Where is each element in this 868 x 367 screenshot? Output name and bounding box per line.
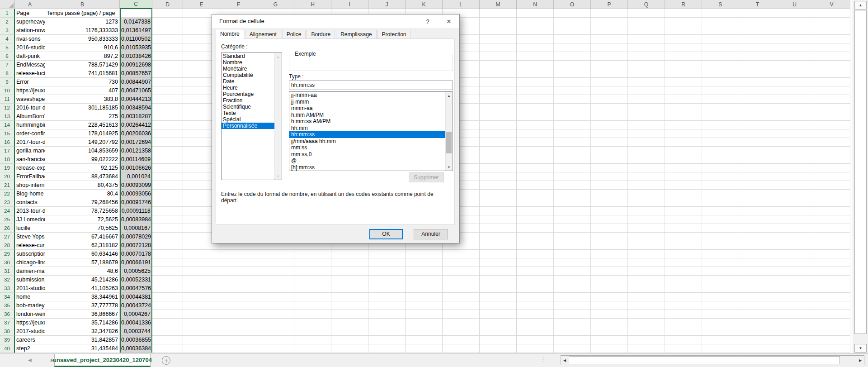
cell-R36[interactable] [665, 310, 702, 319]
cell-N10[interactable] [517, 86, 554, 95]
cell-N15[interactable] [517, 129, 554, 138]
cell-B25[interactable]: 72,5625 [45, 215, 120, 224]
cell-N17[interactable] [517, 147, 554, 155]
cell-V18[interactable] [813, 155, 850, 164]
cell-C27[interactable]: 0,00078029 [120, 233, 152, 241]
cell-V27[interactable] [813, 233, 850, 241]
cell-T27[interactable] [739, 233, 776, 241]
cell-U33[interactable] [776, 284, 813, 293]
cell-B27[interactable]: 67,416667 [45, 233, 120, 241]
cell-V20[interactable] [813, 172, 850, 181]
cell-D4[interactable] [152, 35, 183, 43]
cell-T2[interactable] [739, 18, 776, 26]
cell-T7[interactable] [739, 61, 776, 69]
cell-A23[interactable]: contacts [15, 198, 45, 207]
cell-A21[interactable]: shop-interna [15, 181, 45, 190]
cell-V22[interactable] [813, 190, 850, 198]
cell-M25[interactable] [480, 215, 517, 224]
cell-Q10[interactable] [628, 86, 665, 95]
sheet-tab-active[interactable]: unsaved_project_20230420_120704 [54, 354, 151, 367]
cell-S3[interactable] [702, 26, 739, 35]
cell-B29[interactable]: 60,634146 [45, 250, 120, 258]
cell-P5[interactable] [591, 43, 628, 52]
cell-D29[interactable] [152, 250, 183, 258]
cell-N11[interactable] [517, 95, 554, 104]
cell-A1[interactable]: Page [15, 9, 45, 18]
down-arrow-icon[interactable]: ▼ [275, 173, 281, 179]
cell-Q39[interactable] [628, 336, 665, 344]
cell-F40[interactable] [220, 344, 257, 353]
cell-A3[interactable]: station-nova [15, 26, 45, 35]
cell-R2[interactable] [665, 18, 702, 26]
cell-V23[interactable] [813, 198, 850, 207]
category-list-scrollbar[interactable]: ▲ ▼ [274, 53, 282, 180]
cell-T6[interactable] [739, 52, 776, 61]
cell-U34[interactable] [776, 293, 813, 301]
row-header-36[interactable]: 36 [0, 310, 15, 319]
cell-C25[interactable]: 0,00083984 [120, 215, 152, 224]
cell-R23[interactable] [665, 198, 702, 207]
cell-S30[interactable] [702, 258, 739, 267]
cell-P28[interactable] [591, 241, 628, 250]
cell-Q37[interactable] [628, 319, 665, 327]
cell-D13[interactable] [152, 112, 183, 121]
cell-U20[interactable] [776, 172, 813, 181]
cell-C28[interactable]: 0,00072128 [120, 241, 152, 250]
horizontal-scrollbar-thumb[interactable] [569, 356, 840, 364]
cell-G31[interactable] [257, 267, 294, 276]
cell-M19[interactable] [480, 164, 517, 172]
cell-N27[interactable] [517, 233, 554, 241]
cell-U18[interactable] [776, 155, 813, 164]
row-header-32[interactable]: 32 [0, 276, 15, 284]
cell-C17[interactable]: 0,00121358 [120, 147, 152, 155]
cell-A26[interactable]: lucille [15, 224, 45, 233]
cell-P15[interactable] [591, 129, 628, 138]
cell-A27[interactable]: Steve Yops [15, 233, 45, 241]
cell-Q13[interactable] [628, 112, 665, 121]
category-item-heure[interactable]: Heure [222, 85, 282, 91]
cell-P35[interactable] [591, 301, 628, 310]
cell-U25[interactable] [776, 215, 813, 224]
cell-M20[interactable] [480, 172, 517, 181]
cell-T13[interactable] [739, 112, 776, 121]
cell-R6[interactable] [665, 52, 702, 61]
select-all-button[interactable] [0, 0, 15, 9]
cell-O11[interactable] [554, 95, 591, 104]
cell-G33[interactable] [257, 284, 294, 293]
cell-S18[interactable] [702, 155, 739, 164]
dialog-tab-remplissage[interactable]: Remplissage [336, 30, 376, 39]
cell-I40[interactable] [331, 344, 368, 353]
cell-O37[interactable] [554, 319, 591, 327]
cell-P18[interactable] [591, 155, 628, 164]
cell-V29[interactable] [813, 250, 850, 258]
cell-I34[interactable] [331, 293, 368, 301]
dialog-titlebar[interactable]: Format de cellule ? ✕ [212, 14, 459, 28]
cell-A37[interactable]: https://jeuxo [15, 319, 45, 327]
cell-R29[interactable] [665, 250, 702, 258]
cell-Q16[interactable] [628, 138, 665, 147]
cell-H40[interactable] [294, 344, 331, 353]
cell-F33[interactable] [220, 284, 257, 293]
cell-H37[interactable] [294, 319, 331, 327]
cell-U11[interactable] [776, 95, 813, 104]
cell-U3[interactable] [776, 26, 813, 35]
cell-N26[interactable] [517, 224, 554, 233]
cell-O15[interactable] [554, 129, 591, 138]
cell-S26[interactable] [702, 224, 739, 233]
cell-J35[interactable] [368, 301, 406, 310]
type-input[interactable]: hh:mm:ss [289, 81, 453, 90]
cell-V12[interactable] [813, 104, 850, 112]
cell-G30[interactable] [257, 258, 294, 267]
cell-M28[interactable] [480, 241, 517, 250]
cell-T40[interactable] [739, 344, 776, 353]
cell-U16[interactable] [776, 138, 813, 147]
cell-M10[interactable] [480, 86, 517, 95]
cell-B38[interactable]: 32,347826 [45, 327, 120, 336]
cell-S32[interactable] [702, 276, 739, 284]
cell-U22[interactable] [776, 190, 813, 198]
cell-P33[interactable] [591, 284, 628, 293]
cell-N13[interactable] [517, 112, 554, 121]
row-header-3[interactable]: 3 [0, 26, 15, 35]
cell-V40[interactable] [813, 344, 850, 353]
cell-D36[interactable] [152, 310, 183, 319]
